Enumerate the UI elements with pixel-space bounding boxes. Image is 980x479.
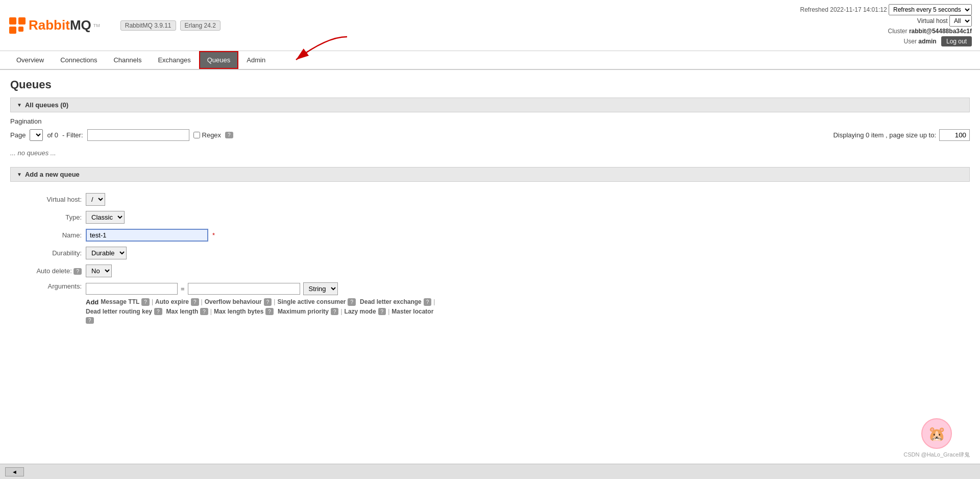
auto-delete-label: Auto delete: ? (20, 267, 82, 275)
pagination-section: Pagination Page of 0 - Filter: Regex ? D… (10, 117, 970, 141)
durability-select[interactable]: Durable (86, 247, 127, 259)
nav-overview[interactable]: Overview (8, 51, 52, 69)
maximum-priority-help[interactable]: ? (331, 308, 339, 315)
user-info: User admin Log out (800, 36, 972, 46)
all-queues-label: All queues (0) (25, 101, 68, 109)
refreshed-text: Refreshed 2022-11-17 14:01:12 (800, 6, 887, 13)
rabbitmq-logo-icon (8, 16, 27, 35)
display-info: Displaying 0 item , page size up to: (833, 129, 970, 141)
nav-exchanges[interactable]: Exchanges (150, 51, 199, 69)
cluster-info: Cluster rabbit@54488ba34c1f (800, 27, 972, 36)
nav-admin[interactable]: Admin (238, 51, 274, 69)
auto-delete-help-btn[interactable]: ? (74, 268, 82, 275)
add-queue-section: ▼ Add a new queue Virtual host: / Type: … (10, 167, 970, 335)
vhost-form-label: Virtual host: (20, 196, 82, 203)
arg-input-line: = String (86, 282, 443, 295)
regex-text: Regex (202, 131, 222, 139)
durability-form-label: Durability: (20, 249, 82, 257)
arg-links: Add Message TTL ? | Auto expire ? | Over… (86, 298, 443, 324)
erlang-version-badge: Erlang 24.2 (180, 20, 220, 31)
vhost-select[interactable]: / (86, 193, 105, 206)
virtual-host-row: Virtual host: / (20, 193, 960, 206)
rabbitmq-version-badge: RabbitMQ 3.9.11 (120, 20, 176, 31)
user-value: admin (918, 38, 936, 45)
user-label: User (904, 38, 917, 45)
name-input[interactable] (86, 229, 208, 242)
nav-channels[interactable]: Channels (105, 51, 150, 69)
max-length-bytes-help[interactable]: ? (265, 308, 274, 315)
regex-help-btn[interactable]: ? (225, 132, 233, 138)
filter-label: - Filter: (62, 131, 83, 139)
page-size-input[interactable] (939, 129, 970, 141)
add-arg-btn[interactable]: Add (86, 298, 99, 306)
refresh-select[interactable]: Refresh every 5 seconds (889, 4, 972, 15)
arg-link-max-length-bytes[interactable]: Max length bytes (214, 308, 263, 315)
version-badges: RabbitMQ 3.9.11 Erlang 24.2 (120, 20, 220, 31)
nav-connections[interactable]: Connections (52, 51, 105, 69)
arg-eq: = (181, 285, 185, 293)
single-active-help[interactable]: ? (348, 298, 356, 306)
collapse-arrow-icon: ▼ (17, 102, 22, 108)
arg-link-dead-letter-routing-key[interactable]: Dead letter routing key (86, 308, 152, 315)
max-length-help[interactable]: ? (200, 308, 208, 315)
durability-row: Durability: Durable (20, 247, 960, 259)
cluster-label: Cluster (888, 28, 908, 35)
regex-checkbox[interactable] (193, 132, 200, 138)
display-info-text: Displaying 0 item , page size up to: (833, 131, 936, 139)
lazy-mode-help[interactable]: ? (378, 308, 386, 315)
dead-letter-routing-key-help[interactable]: ? (154, 308, 162, 315)
arguments-row: Arguments: = String Add Message TTL ? (20, 282, 960, 324)
add-queue-section-header[interactable]: ▼ Add a new queue (10, 167, 970, 182)
arg-link-message-ttl[interactable]: Message TTL (101, 298, 139, 306)
svg-rect-1 (18, 17, 26, 25)
auto-delete-select[interactable]: No (86, 265, 112, 277)
virtual-host-row: Virtual host All (800, 15, 972, 27)
nav-queues[interactable]: Queues (199, 51, 239, 69)
arg-link-max-length[interactable]: Max length (166, 308, 199, 315)
page-title: Queues (10, 78, 970, 91)
logout-button[interactable]: Log out (941, 36, 972, 46)
pagination-controls: Page of 0 - Filter: Regex ? Displaying 0… (10, 129, 970, 141)
arg-value-input[interactable] (188, 283, 300, 295)
type-select[interactable]: Classic (86, 211, 125, 224)
cluster-value: rabbit@54488ba34c1f (909, 28, 972, 35)
overflow-help[interactable]: ? (264, 298, 272, 306)
filter-input[interactable] (87, 129, 189, 141)
required-star: * (212, 231, 215, 239)
virtual-host-label: Virtual host (917, 17, 948, 25)
page-label: Page (10, 131, 26, 139)
arg-link-maximum-priority[interactable]: Maximum priority (278, 308, 329, 315)
logo-text: RabbitMQ (29, 17, 91, 33)
arg-link-overflow-behaviour[interactable]: Overflow behaviour (205, 298, 262, 306)
logo-tm: TM (93, 23, 100, 28)
message-ttl-help[interactable]: ? (141, 298, 150, 306)
type-form-label: Type: (20, 213, 82, 221)
auto-expire-help[interactable]: ? (191, 298, 199, 306)
add-queue-arrow-icon: ▼ (17, 172, 22, 177)
page-select[interactable] (30, 129, 43, 141)
arg-link-auto-expire[interactable]: Auto expire (155, 298, 189, 306)
dead-letter-exchange-help[interactable]: ? (424, 298, 432, 306)
svg-rect-0 (9, 17, 16, 25)
arg-link-lazy-mode[interactable]: Lazy mode (345, 308, 376, 315)
pagination-label: Pagination (10, 117, 970, 125)
master-locator-help[interactable]: ? (86, 317, 94, 324)
arguments-form-label: Arguments: (20, 282, 82, 290)
arg-type-select[interactable]: String (303, 282, 338, 295)
no-queues-message: ... no queues ... (10, 149, 970, 157)
name-row: Name: * (20, 229, 960, 242)
arg-key-input[interactable] (86, 283, 178, 295)
arg-inputs: = String Add Message TTL ? | Auto expire… (86, 282, 443, 324)
all-queues-section-header[interactable]: ▼ All queues (0) (10, 98, 970, 112)
top-bar: RabbitMQ TM RabbitMQ 3.9.11 Erlang 24.2 … (0, 0, 980, 51)
arg-link-single-active[interactable]: Single active consumer (277, 298, 346, 306)
arg-link-master-locator[interactable]: Master locator (391, 308, 433, 315)
regex-label: Regex (193, 131, 222, 139)
virtual-host-select[interactable]: All (949, 15, 972, 27)
content: Queues ▼ All queues (0) Pagination Page … (0, 70, 980, 343)
nav-bar: Overview Connections Channels Exchanges … (0, 51, 980, 70)
refresh-row: Refreshed 2022-11-17 14:01:12 Refresh ev… (800, 4, 972, 15)
top-right-info: Refreshed 2022-11-17 14:01:12 Refresh ev… (800, 4, 972, 46)
arg-link-dead-letter-exchange[interactable]: Dead letter exchange (360, 298, 422, 306)
svg-rect-2 (9, 27, 16, 34)
